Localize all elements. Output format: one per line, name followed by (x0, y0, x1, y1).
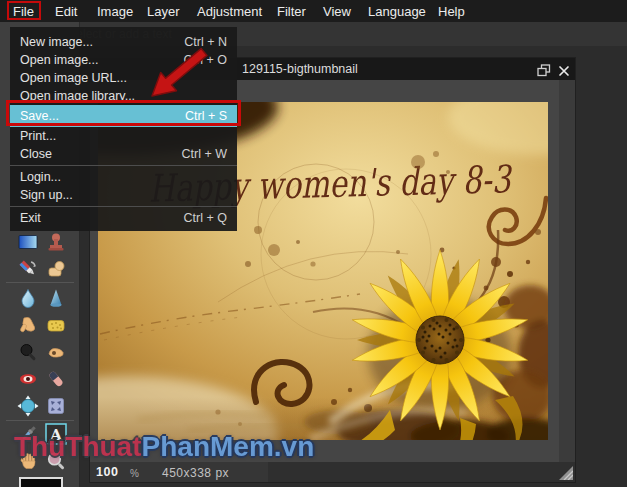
menu-edit[interactable]: Edit (55, 4, 77, 19)
menu-adjustment[interactable]: Adjustment (197, 4, 262, 19)
menu-bar: File Edit Image Layer Adjustment Filter … (0, 0, 627, 22)
menu-language[interactable]: Language (368, 4, 426, 19)
tool-bloat[interactable] (17, 395, 39, 417)
menu-help[interactable]: Help (438, 4, 465, 19)
watermark: ThuThuatPhanMem.vn (14, 431, 314, 463)
watermark-blue-part: PhanMem.vn (142, 431, 315, 462)
menu-view[interactable]: View (323, 4, 351, 19)
tool-dodge[interactable] (17, 341, 39, 363)
image-dimensions-label: 450x338 px (162, 466, 229, 480)
tool-spot-heal[interactable] (45, 368, 67, 390)
tool-drawing[interactable] (45, 258, 67, 280)
restore-window-icon[interactable] (537, 63, 551, 76)
canvas-margin (559, 80, 575, 462)
tool-sponge[interactable] (45, 314, 67, 336)
tool-smudge[interactable] (17, 314, 39, 336)
color-replace-icon (17, 258, 39, 280)
annotation-box-file (7, 1, 41, 20)
tool-pinch[interactable] (45, 395, 67, 417)
tool-sharpen[interactable] (45, 287, 67, 309)
pixlr-editor-app: File Edit Image Layer Adjustment Filter … (0, 0, 627, 487)
close-window-icon[interactable] (558, 63, 570, 75)
document-title: 129115-bigthumbnail (242, 62, 358, 76)
menu-item-close[interactable]: CloseCtrl + W (10, 145, 237, 163)
menu-item-print[interactable]: Print... (10, 127, 237, 145)
zoom-unit-label: % (130, 468, 139, 479)
menu-layer[interactable]: Layer (147, 4, 180, 19)
annotation-arrow (140, 38, 220, 108)
tool-gradient[interactable] (17, 231, 39, 253)
clone-stamp-icon (45, 231, 67, 253)
pinch-icon (45, 395, 67, 417)
gradient-icon (17, 231, 39, 253)
menu-item-sign-up[interactable]: Sign up... (10, 186, 237, 204)
tool-clone-stamp[interactable] (45, 231, 67, 253)
red-eye-icon (17, 368, 39, 390)
watermark-red-part: ThuThuat (14, 431, 142, 462)
document-status-bar: 100 % 450x338 px (90, 462, 575, 482)
spot-heal-icon (45, 368, 67, 390)
window-resize-handle[interactable] (559, 466, 573, 480)
toolbar-separator (6, 282, 74, 283)
tool-color-replace[interactable] (17, 258, 39, 280)
zoom-level-value[interactable]: 100 (96, 465, 118, 479)
tool-blur[interactable] (17, 287, 39, 309)
burn-hand-icon (45, 341, 67, 363)
blur-drop-icon (17, 287, 39, 309)
menu-filter[interactable]: Filter (277, 4, 306, 19)
drawing-icon (45, 258, 67, 280)
smudge-finger-icon (17, 314, 39, 336)
tool-red-eye[interactable] (17, 368, 39, 390)
sponge-icon (45, 314, 67, 336)
menu-item-login[interactable]: Login... (10, 168, 237, 186)
status-left-segment: 100 % 450x338 px (90, 462, 268, 482)
menu-image[interactable]: Image (97, 4, 133, 19)
tool-burn[interactable] (45, 341, 67, 363)
sharpen-cone-icon (45, 287, 67, 309)
menu-separator (10, 165, 237, 166)
dodge-icon (17, 341, 39, 363)
bloat-icon (17, 395, 39, 417)
toolbar-separator (6, 420, 74, 421)
menu-separator (10, 206, 237, 207)
menu-item-exit[interactable]: ExitCtrl + Q (10, 209, 237, 227)
foreground-color-swatch[interactable] (19, 477, 63, 487)
